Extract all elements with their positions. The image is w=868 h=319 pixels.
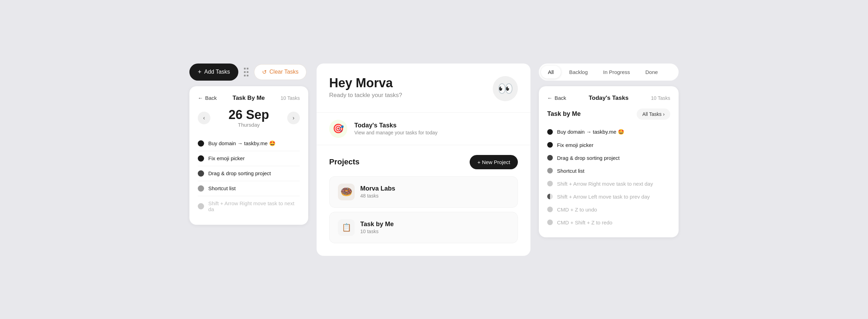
right-task-text: CMD + Shift + Z to redo (557, 220, 612, 225)
project-name: Task by Me (360, 221, 394, 228)
task-item[interactable]: Buy domain → taskby.me 🤩 (198, 136, 300, 151)
right-dot-dark (547, 155, 553, 161)
left-back-label: Back (205, 95, 217, 101)
today-tasks-info: Today's Tasks View and manage your tasks… (354, 122, 437, 135)
date-day: 26 Sep (229, 109, 269, 121)
new-project-label: + New Project (477, 159, 510, 165)
filter-all-button[interactable]: All (541, 66, 561, 79)
right-dot-half (547, 194, 553, 199)
refresh-icon: ↺ (262, 69, 267, 75)
right-task-text: CMD + Z to undo (557, 207, 597, 213)
right-task-card: ← Back Today's Tasks 10 Tasks Task by Me… (539, 86, 679, 237)
eyes-emoji: 👀 (493, 76, 518, 101)
left-card-header: ← Back Task By Me 10 Tasks (198, 95, 300, 102)
project-count: 10 tasks (360, 229, 394, 234)
right-section-header: Task by Me All Tasks › (547, 109, 670, 120)
projects-section: Projects + New Project 🍩 Morva Labs 48 t… (317, 145, 530, 256)
grid-icon[interactable] (243, 66, 250, 78)
all-tasks-label: All Tasks (642, 111, 661, 117)
filter-backlog-button[interactable]: Backlog (562, 66, 595, 79)
task-text: Buy domain → taskby.me 🤩 (208, 140, 276, 147)
today-tasks-icon: 🎯 (329, 120, 347, 138)
project-count: 48 tasks (360, 193, 395, 199)
filter-inprogress-button[interactable]: In Progress (596, 66, 637, 79)
right-task-item[interactable]: Shift + Arrow Right move task to next da… (547, 177, 670, 190)
clear-tasks-label: Clear Tasks (269, 69, 298, 75)
right-task-list: Buy domain → taskby.me 🤩 Fix emoji picke… (547, 125, 670, 229)
today-tasks-title: Today's Tasks (354, 122, 437, 129)
right-task-item[interactable]: Shortcut list (547, 164, 670, 177)
project-info-morva: Morva Labs 48 tasks (360, 185, 395, 199)
task-dot-black (198, 155, 204, 162)
today-tasks-card[interactable]: 🎯 Today's Tasks View and manage your tas… (317, 113, 530, 145)
add-tasks-button[interactable]: + Add Tasks (189, 64, 238, 81)
right-section-label: Task by Me (547, 110, 581, 118)
left-task-list: Buy domain → taskby.me 🤩 Fix emoji picke… (198, 136, 300, 216)
next-date-button[interactable]: › (287, 112, 300, 124)
plus-icon: + (198, 68, 202, 76)
right-task-item[interactable]: CMD + Shift + Z to redo (547, 216, 670, 229)
project-item-morva[interactable]: 🍩 Morva Labs 48 tasks (329, 176, 518, 208)
date-nav: ‹ 26 Sep Thursday › (198, 109, 300, 128)
projects-header: Projects + New Project (329, 155, 518, 169)
right-task-text: Fix emoji picker (557, 142, 593, 148)
task-dot-gray (198, 185, 204, 192)
project-info-taskbyme: Task by Me 10 tasks (360, 221, 394, 234)
task-text: Shift + Arrow Right move task to next da (208, 200, 300, 212)
center-panel: Hey Morva Ready to tackle your tasks? 👀 … (317, 64, 530, 256)
right-task-item[interactable]: Shift + Arrow Left move task to prev day (547, 190, 670, 203)
clear-tasks-button[interactable]: ↺ Clear Tasks (254, 64, 306, 80)
greeting: Hey Morva (329, 76, 402, 90)
project-icon-donut: 🍩 (338, 184, 355, 200)
right-dot-gray (547, 168, 553, 173)
filter-done-button[interactable]: Done (638, 66, 665, 79)
right-back-label: Back (555, 95, 566, 101)
task-item[interactable]: Fix emoji picker (198, 151, 300, 166)
left-card-title: Task By Me (233, 95, 265, 102)
right-task-item[interactable]: Buy domain → taskby.me 🤩 (547, 125, 670, 139)
subtext: Ready to tackle your tasks? (329, 92, 402, 99)
chevron-right-icon: › (663, 111, 665, 117)
right-task-text: Shortcut list (557, 168, 584, 174)
right-dot-light (547, 207, 553, 212)
task-text: Shortcut list (208, 185, 236, 191)
toolbar: + Add Tasks ↺ Clear Tasks (189, 64, 308, 81)
task-item[interactable]: Shift + Arrow Right move task to next da (198, 196, 300, 216)
right-panel: All Backlog In Progress Done ← Back Toda… (539, 64, 679, 237)
right-task-text: Buy domain → taskby.me 🤩 (557, 129, 624, 135)
date-weekday: Thursday (229, 122, 269, 128)
right-dot-black (547, 142, 553, 148)
right-dot-black (547, 129, 553, 135)
right-dot-light (547, 181, 553, 186)
task-text: Drag & drop sorting project (208, 170, 271, 176)
project-name: Morva Labs (360, 185, 395, 192)
left-arrow-icon: ← (198, 95, 203, 101)
new-project-button[interactable]: + New Project (470, 155, 518, 169)
left-task-card: ← Back Task By Me 10 Tasks ‹ 26 Sep Thur… (189, 86, 308, 225)
all-tasks-link[interactable]: All Tasks › (637, 109, 670, 120)
left-task-count: 10 Tasks (281, 95, 300, 101)
hero-text: Hey Morva Ready to tackle your tasks? (329, 76, 402, 99)
task-item[interactable]: Drag & drop sorting project (198, 166, 300, 181)
right-back-button[interactable]: ← Back (547, 95, 566, 101)
right-card-title: Today's Tasks (589, 95, 629, 102)
right-task-text: Shift + Arrow Right move task to next da… (557, 181, 653, 187)
projects-title: Projects (329, 157, 360, 166)
task-dot-black (198, 140, 204, 147)
right-task-item[interactable]: Drag & drop sorting project (547, 151, 670, 164)
right-card-header: ← Back Today's Tasks 10 Tasks (547, 95, 670, 102)
right-task-text: Shift + Arrow Left move task to prev day (557, 194, 650, 200)
right-task-text: Drag & drop sorting project (557, 155, 620, 161)
left-panel: + Add Tasks ↺ Clear Tasks ← Back Task By… (189, 64, 308, 225)
prev-date-button[interactable]: ‹ (198, 112, 210, 124)
task-dot-light (198, 203, 204, 209)
date-display: 26 Sep Thursday (229, 109, 269, 128)
right-arrow-icon: ← (547, 95, 552, 101)
right-task-item[interactable]: Fix emoji picker (547, 139, 670, 151)
left-back-button[interactable]: ← Back (198, 95, 217, 101)
task-item[interactable]: Shortcut list (198, 181, 300, 196)
right-task-count: 10 Tasks (651, 95, 670, 101)
task-dot-dark (198, 170, 204, 177)
right-task-item[interactable]: CMD + Z to undo (547, 203, 670, 216)
project-item-taskbyme[interactable]: 📋 Task by Me 10 tasks (329, 212, 518, 243)
